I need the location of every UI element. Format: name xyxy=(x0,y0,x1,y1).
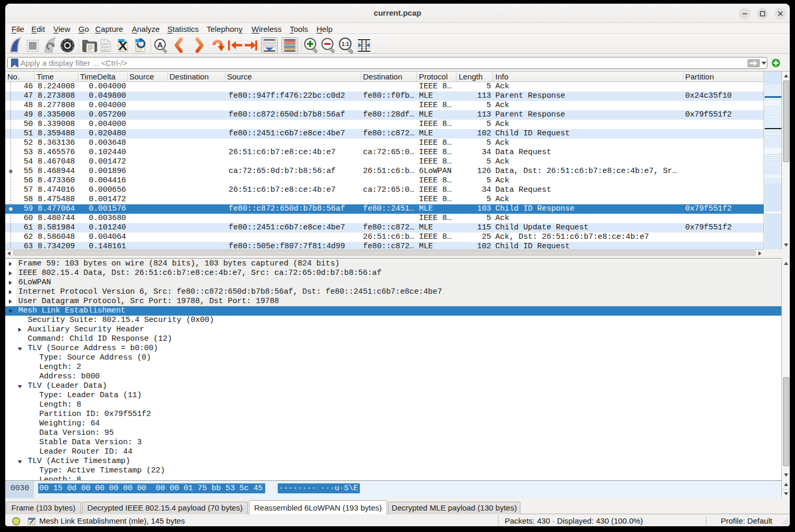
svg-text:1:1: 1:1 xyxy=(342,41,349,47)
svg-text:A: A xyxy=(157,40,163,49)
svg-text:0011: 0011 xyxy=(102,49,109,52)
svg-text:011: 011 xyxy=(137,49,142,53)
